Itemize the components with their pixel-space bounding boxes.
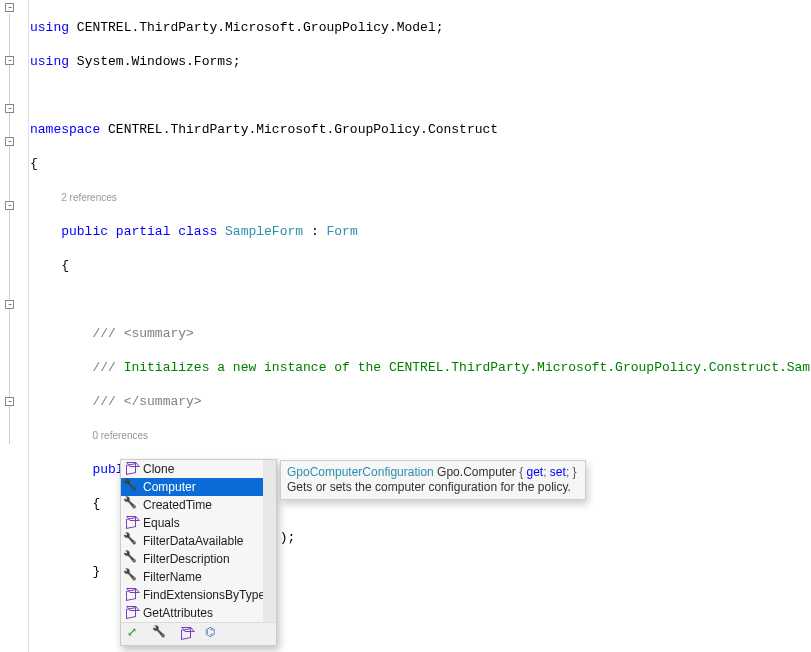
fold-toggle[interactable] xyxy=(5,3,14,12)
filter-properties-icon[interactable] xyxy=(153,627,167,641)
intellisense-item-label: FilterName xyxy=(143,570,202,584)
scroll-down-icon[interactable] xyxy=(265,620,273,622)
code-line[interactable]: public partial class SampleForm : Form xyxy=(30,223,811,240)
property-icon xyxy=(124,498,138,512)
code-line[interactable]: 2 references xyxy=(30,189,811,206)
brace: { xyxy=(61,258,69,273)
namespace-ref: System.Windows.Forms; xyxy=(77,54,241,69)
fold-toggle[interactable] xyxy=(5,137,14,146)
doc-slash: /// xyxy=(92,394,123,409)
method-icon xyxy=(124,606,138,620)
intellisense-item-equals[interactable]: Equals xyxy=(121,514,263,532)
class-name: SampleForm xyxy=(225,224,303,239)
code-line[interactable]: using CENTREL.ThirdParty.Microsoft.Group… xyxy=(30,19,811,36)
code-line[interactable]: /// Initializes a new instance of the CE… xyxy=(30,359,811,376)
code-line[interactable]: { xyxy=(30,257,811,274)
gutter xyxy=(0,0,29,652)
code-line[interactable]: /// <summary> xyxy=(30,325,811,342)
filter-methods-icon[interactable] xyxy=(179,627,193,641)
colon: : xyxy=(303,224,326,239)
intellisense-scrollbar[interactable] xyxy=(263,460,276,622)
quickinfo-member: Computer xyxy=(463,465,516,479)
scroll-up-icon[interactable] xyxy=(265,463,273,468)
doc-tag: <summary> xyxy=(124,326,194,341)
intellisense-item-label: Computer xyxy=(143,480,196,494)
namespace-name: CENTREL.ThirdParty.Microsoft.GroupPolicy… xyxy=(108,122,498,137)
quickinfo-return-type: GpoComputerConfiguration xyxy=(287,465,434,479)
keyword-set: set xyxy=(550,465,566,479)
keyword-using: using xyxy=(30,20,69,35)
keyword-get: get xyxy=(527,465,544,479)
intellisense-item-label: FindExtensionsByType xyxy=(143,588,265,602)
codelens-references[interactable]: 0 references xyxy=(92,430,148,441)
intellisense-item-filterdescription[interactable]: FilterDescription xyxy=(121,550,263,568)
code-line[interactable]: 0 references xyxy=(30,427,811,444)
class-modifiers: public partial class xyxy=(61,224,217,239)
base-class: Form xyxy=(326,224,357,239)
method-icon xyxy=(124,462,138,476)
fold-toggle[interactable] xyxy=(5,397,14,406)
intellisense-popup[interactable]: Clone Computer CreatedTime Equals Filter… xyxy=(120,459,277,646)
fold-toggle[interactable] xyxy=(5,201,14,210)
code-line[interactable]: using System.Windows.Forms; xyxy=(30,53,811,70)
method-icon xyxy=(124,588,138,602)
doc-text: Initializes a new instance of the CENTRE… xyxy=(124,360,811,375)
sep: ; xyxy=(543,465,550,479)
code-line[interactable] xyxy=(30,87,811,104)
intellisense-item-label: FilterDescription xyxy=(143,552,230,566)
property-icon xyxy=(124,534,138,548)
property-icon xyxy=(124,480,138,494)
property-icon xyxy=(124,552,138,566)
doc-slash: /// xyxy=(92,326,123,341)
fold-line xyxy=(9,14,10,444)
doc-slash: /// xyxy=(92,360,123,375)
intellisense-item-getattributes[interactable]: GetAttributes xyxy=(121,604,263,622)
intellisense-item-label: CreatedTime xyxy=(143,498,212,512)
code-line[interactable]: { xyxy=(30,155,811,172)
code-editor[interactable]: using CENTREL.ThirdParty.Microsoft.Group… xyxy=(0,0,811,652)
intellisense-item-computer[interactable]: Computer xyxy=(121,478,263,496)
accessor-close: ; } xyxy=(566,465,577,479)
filter-other-icon[interactable] xyxy=(205,627,219,641)
brace: { xyxy=(30,156,38,171)
accessor-open: { xyxy=(516,465,527,479)
codelens-references[interactable]: 2 references xyxy=(61,192,117,203)
intellisense-item-findextensionsbytype[interactable]: FindExtensionsByType xyxy=(121,586,263,604)
fold-toggle[interactable] xyxy=(5,104,14,113)
filter-all-icon[interactable] xyxy=(127,627,141,641)
intellisense-item-createdtime[interactable]: CreatedTime xyxy=(121,496,263,514)
namespace-ref: CENTREL.ThirdParty.Microsoft.GroupPolicy… xyxy=(77,20,444,35)
code-line[interactable]: namespace CENTREL.ThirdParty.Microsoft.G… xyxy=(30,121,811,138)
intellisense-item-filterdataavailable[interactable]: FilterDataAvailable xyxy=(121,532,263,550)
brace: } xyxy=(92,564,100,579)
quickinfo-description: Gets or sets the computer configuration … xyxy=(287,480,579,495)
intellisense-item-label: Equals xyxy=(143,516,180,530)
method-icon xyxy=(124,516,138,530)
keyword-namespace: namespace xyxy=(30,122,100,137)
intellisense-item-label: GetAttributes xyxy=(143,606,213,620)
intellisense-list[interactable]: Clone Computer CreatedTime Equals Filter… xyxy=(121,460,276,622)
quickinfo-signature: GpoComputerConfiguration Gpo.Computer { … xyxy=(287,465,579,480)
intellisense-item-filtername[interactable]: FilterName xyxy=(121,568,263,586)
code-line[interactable]: /// </summary> xyxy=(30,393,811,410)
quickinfo-tooltip: GpoComputerConfiguration Gpo.Computer { … xyxy=(280,460,586,500)
quickinfo-owner: Gpo xyxy=(437,465,460,479)
intellisense-item-clone[interactable]: Clone xyxy=(121,460,263,478)
keyword-using: using xyxy=(30,54,69,69)
intellisense-item-label: FilterDataAvailable xyxy=(143,534,244,548)
property-icon xyxy=(124,570,138,584)
intellisense-item-label: Clone xyxy=(143,462,174,476)
code-line[interactable] xyxy=(30,291,811,308)
fold-toggle[interactable] xyxy=(5,300,14,309)
brace: { xyxy=(92,496,100,511)
fold-toggle[interactable] xyxy=(5,56,14,65)
intellisense-filter-bar[interactable] xyxy=(121,622,276,645)
doc-tag: </summary> xyxy=(124,394,202,409)
